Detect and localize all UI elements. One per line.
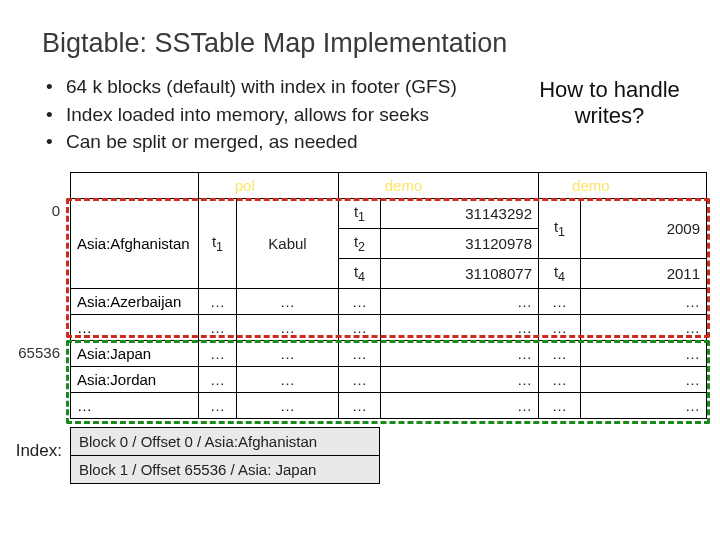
pk-cell: Asia:Afghanistan [71, 198, 199, 288]
header-pol-capital: pol:capital [199, 172, 339, 198]
bullet-item: Index loaded into memory, allows for see… [46, 101, 525, 129]
popvalue-cell: 31143292 [381, 198, 539, 228]
ts-cell: t4 [339, 258, 381, 288]
popvalue-cell: 31108077 [381, 258, 539, 288]
sstable-diagram: 0 65536 Primary Key pol:capital demo:pop… [0, 172, 720, 419]
index-row: Block 0 / Offset 0 / Asia:Afghanistan [71, 427, 380, 455]
index-table: Block 0 / Offset 0 / Asia:Afghanistan Bl… [70, 427, 380, 484]
pk-cell: Asia:Jordan [71, 366, 199, 392]
index-row: Block 1 / Offset 65536 / Asia: Japan [71, 455, 380, 483]
table-row: … …… …… …… [71, 392, 707, 418]
callout-question: How to handle writes? [525, 73, 700, 129]
ts-cell: t4 [539, 258, 581, 288]
header-demo-popyear: demo:pop-year [539, 172, 707, 198]
popyear-cell: 2011 [581, 258, 707, 288]
index-label: Index: [0, 427, 70, 461]
block0-offset-label: 0 [0, 202, 60, 219]
index-section: Index: Block 0 / Offset 0 / Asia:Afghani… [0, 427, 720, 484]
pk-cell: … [71, 392, 199, 418]
bullet-item: 64 k blocks (default) with index in foot… [46, 73, 525, 101]
slide-title: Bigtable: SSTable Map Implementation [0, 0, 720, 73]
block1-offset-label: 65536 [0, 344, 60, 361]
ts-cell: t2 [339, 228, 381, 258]
header-demo-popvalue: demo:pop-value [339, 172, 539, 198]
table-row: Asia:Japan …… …… …… [71, 340, 707, 366]
pk-cell: Asia:Azerbaijan [71, 288, 199, 314]
pk-cell: … [71, 314, 199, 340]
table-row: Asia:Jordan …… …… …… [71, 366, 707, 392]
popvalue-cell: 31120978 [381, 228, 539, 258]
table-row: … …… …… …… [71, 314, 707, 340]
bullet-item: Can be split or merged, as needed [46, 128, 525, 156]
popyear-cell: 2009 [581, 198, 707, 258]
table-row: Asia:Afghanistan t1 Kabul t1 31143292 t1… [71, 198, 707, 228]
ts-cell: t1 [199, 198, 237, 288]
table-row: Asia:Azerbaijan …… …… …… [71, 288, 707, 314]
bullet-list: 64 k blocks (default) with index in foot… [46, 73, 525, 156]
capital-cell: Kabul [237, 198, 339, 288]
header-primary-key: Primary Key [71, 172, 199, 198]
pk-cell: Asia:Japan [71, 340, 199, 366]
ts-cell: t1 [339, 198, 381, 228]
ts-cell: t1 [539, 198, 581, 258]
sstable-table: Primary Key pol:capital demo:pop-value d… [70, 172, 707, 419]
